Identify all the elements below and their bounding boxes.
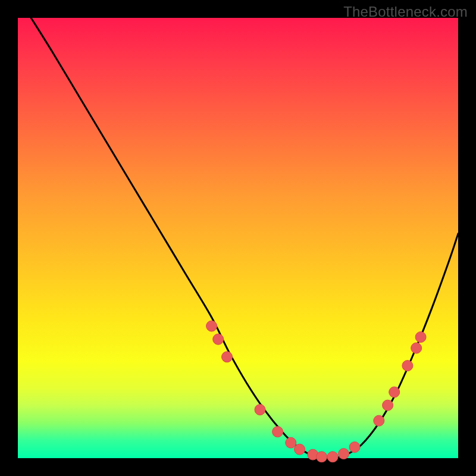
chart-svg xyxy=(18,18,458,458)
curve-markers xyxy=(206,321,426,462)
watermark-text: TheBottleneck.com xyxy=(343,4,468,20)
curve-marker xyxy=(206,321,217,331)
curve-marker xyxy=(402,361,413,371)
curve-marker xyxy=(349,442,360,453)
curve-marker xyxy=(389,387,400,397)
chart-frame: TheBottleneck.com xyxy=(0,0,476,476)
curve-marker xyxy=(213,334,224,345)
curve-marker xyxy=(327,452,338,462)
curve-marker xyxy=(222,352,233,362)
curve-marker xyxy=(411,343,422,353)
curve-marker xyxy=(295,444,305,455)
curve-marker xyxy=(255,405,265,415)
curve-marker xyxy=(286,437,296,448)
plot-area xyxy=(18,18,458,458)
curve-marker xyxy=(273,427,283,437)
curve-marker xyxy=(383,400,393,411)
curve-marker xyxy=(317,452,327,462)
curve-marker xyxy=(374,415,384,426)
curve-marker xyxy=(339,449,349,459)
curve-marker xyxy=(415,332,426,343)
